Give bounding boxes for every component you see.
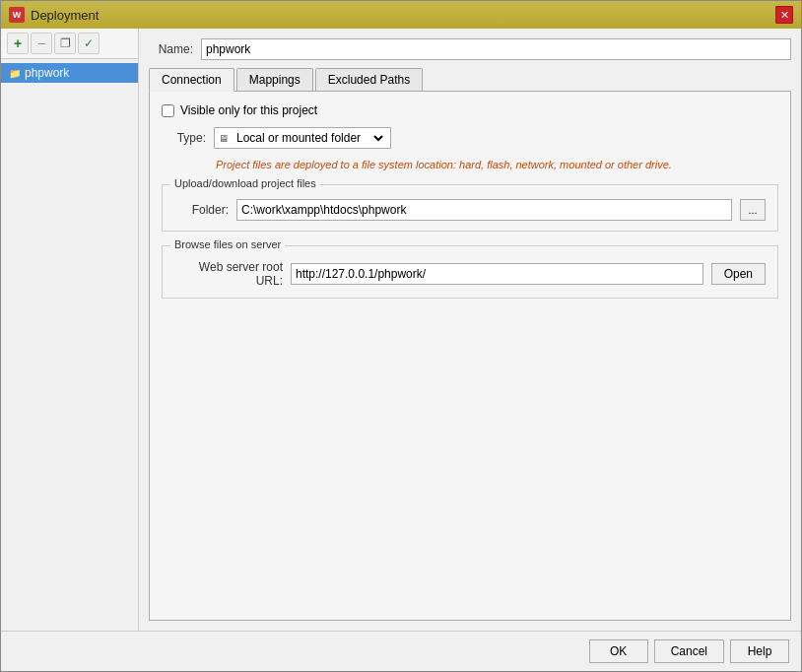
url-input[interactable] (291, 263, 703, 285)
visible-only-row: Visible only for this project (162, 103, 778, 117)
folder-input[interactable] (236, 199, 732, 221)
window-title: Deployment (31, 8, 99, 23)
sidebar-item-label: phpwork (25, 66, 69, 80)
upload-section-label: Upload/download project files (170, 177, 320, 189)
close-button[interactable]: ✕ (775, 6, 793, 24)
main-content: Name: Connection Mappings Excluded Paths… (139, 29, 801, 631)
name-row: Name: (149, 38, 791, 60)
sidebar-content: 📁 phpwork (1, 59, 138, 87)
title-bar-left: W Deployment (9, 7, 99, 23)
name-label: Name: (149, 42, 193, 56)
name-input[interactable] (201, 38, 791, 60)
browse-section-label: Browse files on server (170, 238, 285, 250)
folder-label: Folder: (174, 203, 229, 217)
type-row: Type: 🖥 Local or mounted folder FTP SFTP (162, 127, 778, 149)
ok-button[interactable]: OK (589, 639, 648, 663)
tab-connection[interactable]: Connection (149, 68, 234, 92)
sidebar-item-phpwork[interactable]: 📁 phpwork (1, 63, 138, 83)
app-icon: W (9, 7, 25, 23)
folder-row: Folder: ... (174, 199, 766, 221)
folder-icon: 📁 (9, 68, 21, 79)
title-bar: W Deployment ✕ (1, 1, 801, 29)
sidebar-toolbar: + − ❐ ✓ (1, 29, 138, 59)
browse-button[interactable]: ... (740, 199, 766, 221)
open-button[interactable]: Open (711, 263, 766, 285)
cancel-button[interactable]: Cancel (654, 639, 724, 663)
type-select-wrapper: 🖥 Local or mounted folder FTP SFTP (214, 127, 391, 149)
add-button[interactable]: + (7, 33, 29, 54)
url-row: Web server root URL: Open (174, 260, 766, 288)
visible-only-label: Visible only for this project (180, 103, 317, 117)
type-dropdown[interactable]: Local or mounted folder FTP SFTP (233, 130, 386, 146)
check-button[interactable]: ✓ (78, 33, 100, 54)
footer: OK Cancel Help (1, 631, 801, 671)
type-icon: 🖥 (219, 133, 229, 144)
visible-only-checkbox[interactable] (162, 104, 174, 117)
sidebar: + − ❐ ✓ 📁 phpwork (1, 29, 139, 631)
upload-section: Upload/download project files Folder: ..… (162, 184, 778, 232)
url-label: Web server root URL: (174, 260, 283, 288)
browse-section: Browse files on server Web server root U… (162, 245, 778, 299)
deployment-window: W Deployment ✕ + − ❐ ✓ 📁 phpwork (0, 0, 802, 672)
tab-mappings[interactable]: Mappings (236, 68, 313, 91)
window-body: + − ❐ ✓ 📁 phpwork Name: Conn (1, 29, 801, 631)
type-description: Project files are deployed to a file sys… (216, 159, 778, 170)
remove-button[interactable]: − (31, 33, 52, 54)
tabs: Connection Mappings Excluded Paths (149, 68, 791, 92)
type-label: Type: (162, 131, 206, 145)
copy-button[interactable]: ❐ (54, 33, 76, 54)
tab-excluded-paths[interactable]: Excluded Paths (315, 68, 423, 91)
tab-content-connection: Visible only for this project Type: 🖥 Lo… (149, 92, 791, 621)
help-button[interactable]: Help (730, 639, 789, 663)
